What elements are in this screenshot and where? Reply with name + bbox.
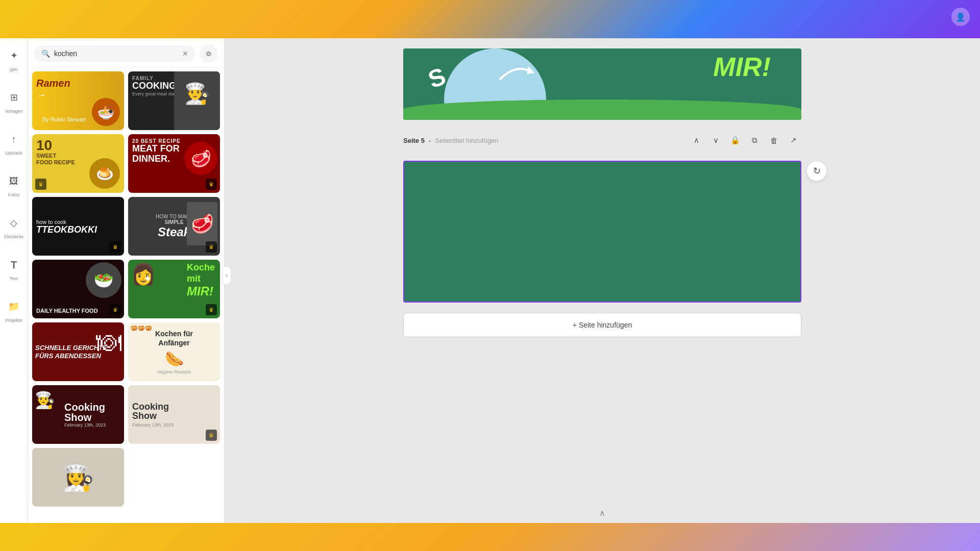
sidebar-item-projekte[interactable]: 📁 Projekte bbox=[2, 294, 26, 326]
filter-icon: ⚙ bbox=[206, 50, 212, 58]
template-grid: Ramen 🍜 By Rubio Stewart → FAMILY COOKIN… bbox=[28, 67, 224, 523]
share-button[interactable]: ↗ bbox=[785, 132, 801, 148]
slide-canvas-top: MIR! S bbox=[403, 48, 801, 120]
chevron-down-icon: ∨ bbox=[713, 136, 719, 145]
chevron-up-icon: ∧ bbox=[694, 136, 699, 145]
search-icon: 🔍 bbox=[41, 49, 50, 58]
elemente-icon: ◇ bbox=[5, 214, 23, 232]
add-page-label: + Seite hinzufügen bbox=[573, 321, 632, 329]
template-card-cooking-3[interactable]: 👩‍🍳 bbox=[32, 448, 124, 507]
page-number-label: Seite 5 bbox=[403, 137, 425, 144]
sidebar-item-fotos[interactable]: 🖼 Fotos bbox=[2, 169, 26, 201]
duplicate-icon: ⧉ bbox=[752, 136, 757, 145]
profile-icon[interactable]: 👤 bbox=[951, 8, 970, 26]
chevron-left-icon: ‹ bbox=[226, 272, 228, 279]
template-card-sweet-food[interactable]: 10 SWEETFOOD RECIPE 🍮 ♛ bbox=[32, 134, 124, 193]
top-decorative-bar: 👤 bbox=[0, 0, 980, 38]
slide-preview-top: MIR! S bbox=[403, 48, 801, 120]
template-card-steak[interactable]: HOW TO MAKE SIMPLE Steak 🥩 ♛ bbox=[128, 197, 220, 256]
duplicate-button[interactable]: ⧉ bbox=[746, 132, 763, 148]
page-separator: - bbox=[429, 137, 431, 144]
page-toolbar: ∧ ∨ 🔒 ⧉ 🗑 ↗ bbox=[688, 132, 801, 148]
gen-icon: ✦ bbox=[5, 46, 23, 65]
search-input[interactable] bbox=[54, 49, 178, 58]
canvas-area: MIR! S Seite 5 - Seitentitel hinzufügen … bbox=[225, 38, 980, 523]
clear-search-icon[interactable]: ✕ bbox=[182, 49, 188, 58]
left-sidebar: ✦ gen ⊞ Vorlagen ↑ Uploads 🖼 Fotos ◇ Ele… bbox=[0, 38, 28, 523]
delete-button[interactable]: 🗑 bbox=[766, 132, 782, 148]
sidebar-item-gen-label: gen bbox=[10, 67, 17, 72]
lock-button[interactable]: 🔒 bbox=[727, 132, 743, 148]
uploads-icon: ↑ bbox=[5, 130, 23, 148]
slide-main: ↻ bbox=[403, 161, 801, 303]
slide-canvas-main[interactable] bbox=[403, 161, 801, 303]
page-label-row: Seite 5 - Seitentitel hinzufügen ∧ ∨ 🔒 ⧉… bbox=[403, 130, 801, 151]
sidebar-item-text-label: Text bbox=[10, 276, 18, 281]
sidebar-item-uploads[interactable]: ↑ Uploads bbox=[2, 127, 26, 159]
mir-text: MIR! bbox=[713, 54, 771, 80]
refresh-icon: ↻ bbox=[813, 165, 821, 177]
svg-marker-0 bbox=[527, 66, 535, 74]
template-card-anfanger[interactable]: Kochen fürAnfänger 🥨🥨🥨 🌭 Vegane Rezepte bbox=[128, 322, 220, 381]
vorlagen-icon: ⊞ bbox=[5, 88, 23, 107]
sidebar-item-vorlagen[interactable]: ⊞ Vorlagen bbox=[2, 85, 26, 117]
sidebar-item-uploads-label: Uploads bbox=[5, 151, 22, 156]
text-icon: T bbox=[5, 256, 23, 274]
refresh-button[interactable]: ↻ bbox=[806, 161, 827, 181]
move-up-button[interactable]: ∧ bbox=[688, 132, 704, 148]
search-input-wrapper: 🔍 ✕ bbox=[34, 45, 195, 62]
sidebar-item-text[interactable]: T Text bbox=[2, 253, 26, 284]
search-panel: 🔍 ✕ ⚙ Ramen 🍜 By Rubio Stewart → FAMILY … bbox=[28, 38, 225, 523]
template-card-healthy[interactable]: DAILY HEALTHY FOOD 🥗 ♛ bbox=[32, 260, 124, 318]
search-bar: 🔍 ✕ ⚙ bbox=[28, 38, 224, 67]
sidebar-item-elemente[interactable]: ◇ Elemente bbox=[2, 211, 26, 242]
lock-icon: 🔒 bbox=[730, 136, 740, 145]
page-title-placeholder[interactable]: Seitentitel hinzufügen bbox=[435, 137, 498, 144]
sidebar-item-gen[interactable]: ✦ gen bbox=[2, 43, 26, 75]
template-card-ramen[interactable]: Ramen 🍜 By Rubio Stewart → bbox=[32, 71, 124, 130]
ground-shape bbox=[403, 99, 801, 120]
squiggle-decoration: S bbox=[425, 62, 450, 94]
sidebar-item-fotos-label: Fotos bbox=[8, 192, 20, 197]
filter-button[interactable]: ⚙ bbox=[200, 44, 218, 63]
collapse-arrow[interactable]: ∧ bbox=[595, 508, 610, 518]
template-card-cooking-show-1[interactable]: 👨‍🍳 CookingShow February 13th, 2023 bbox=[32, 385, 124, 444]
template-card-family-cooking[interactable]: FAMILY COOKING Every great meal starts h… bbox=[128, 71, 220, 130]
template-card-meat-dinner[interactable]: 20 BEST RECIPE MEAT FORDINNER. 🥩 ♛ bbox=[128, 134, 220, 193]
trash-icon: 🗑 bbox=[770, 136, 778, 145]
arrow-decoration bbox=[495, 59, 536, 84]
chevron-up-icon: ∧ bbox=[599, 508, 605, 518]
sidebar-item-vorlagen-label: Vorlagen bbox=[5, 109, 23, 114]
sidebar-item-projekte-label: Projekte bbox=[5, 318, 22, 323]
template-card-cooking-show-2[interactable]: CookingShow February 13th, 2023 ♛ bbox=[128, 385, 220, 444]
template-card-schnelle[interactable]: SCHNELLE GERICHTEFÜRS ABENDESSEN 🍽 bbox=[32, 322, 124, 381]
bottom-decorative-bar bbox=[0, 523, 980, 551]
projekte-icon: 📁 bbox=[5, 297, 23, 316]
fotos-icon: 🖼 bbox=[5, 172, 23, 190]
template-card-koche-mit[interactable]: KochemitMIR! 👩 ✦ ♛ bbox=[128, 260, 220, 318]
move-down-button[interactable]: ∨ bbox=[707, 132, 724, 148]
add-page-button[interactable]: + Seite hinzufügen bbox=[403, 313, 801, 337]
page-number: Seite 5 bbox=[403, 137, 425, 144]
share-icon: ↗ bbox=[790, 136, 797, 145]
collapse-sidebar-button[interactable]: ‹ bbox=[222, 266, 231, 285]
template-card-tteokbokki[interactable]: how to cook TTEOKBOKKI ♛ bbox=[32, 197, 124, 256]
top-bar-icons: 👤 bbox=[951, 8, 970, 26]
sidebar-item-elemente-label: Elemente bbox=[4, 234, 23, 239]
